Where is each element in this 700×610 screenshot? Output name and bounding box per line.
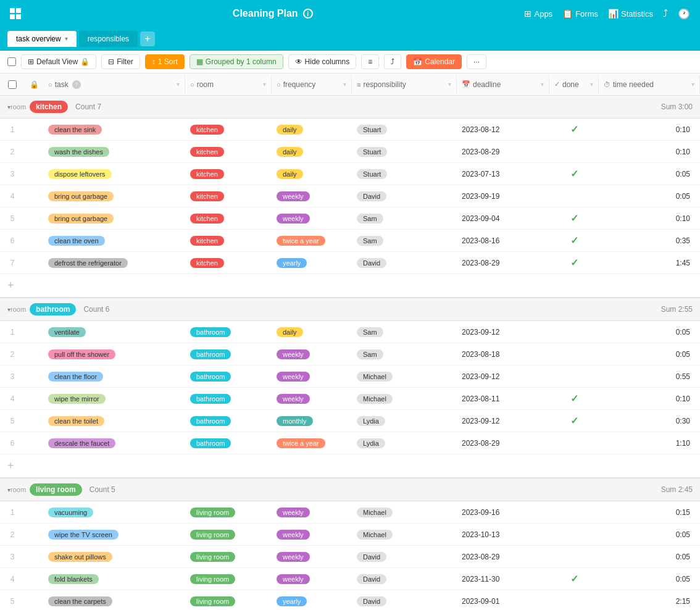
cell-time: 0:30: [599, 414, 700, 428]
done-check: ✓: [570, 416, 578, 426]
room-badge: living room: [190, 574, 235, 584]
more-button[interactable]: ···: [467, 54, 486, 69]
row-number: 3: [0, 553, 25, 561]
task-badge: defrost the refrigerator: [48, 258, 128, 268]
toolbar: ⊞ Default View 🔒 ⊟ Filter ↕ 1 Sort ▦ Gro…: [0, 51, 700, 73]
table-row[interactable]: 3 shake out pillows living room weekly D…: [0, 546, 700, 568]
history-icon[interactable]: 🕐: [678, 8, 690, 20]
share-icon2: ⤴: [391, 57, 394, 66]
room-badge: bathroom: [190, 438, 231, 448]
table-row[interactable]: 4 wipe the mirror bathroom weekly Michae…: [0, 388, 700, 410]
done-check-icon: ✓: [554, 80, 560, 88]
table-row[interactable]: 5 bring out garbage kitchen weekly Sam 2…: [0, 207, 700, 230]
cell-deadline: 2023-08-18: [457, 348, 549, 361]
top-bar-left: [10, 8, 21, 19]
freq-badge: weekly: [277, 530, 310, 540]
cell-task: dispose leftovers: [43, 167, 185, 182]
select-all-checkbox[interactable]: [7, 57, 16, 66]
header-room[interactable]: ○ room ▾: [185, 75, 272, 94]
share-icon[interactable]: ⤴: [663, 8, 668, 19]
header-task[interactable]: ○ task ? ▾: [43, 75, 185, 94]
grouped-button[interactable]: ▦ Grouped by 1 column: [190, 54, 283, 69]
header-responsibility[interactable]: ≡ responsibility ▾: [352, 75, 457, 94]
add-row-bathroom[interactable]: +: [0, 454, 700, 477]
cell-task: shake out pillows: [43, 549, 185, 564]
table-row[interactable]: 3 clean the floor bathroom weekly Michae…: [0, 366, 700, 388]
resp-sort-icon: ▾: [448, 81, 451, 88]
freq-badge: twice a year: [277, 438, 325, 448]
freq-badge: weekly: [277, 349, 310, 359]
default-view-button[interactable]: ⊞ Default View 🔒: [21, 54, 96, 69]
group-section-kitchen: ▾ room kitchen Count 7 Sum 3:00 1 clean …: [0, 96, 700, 298]
room-icon: ○: [190, 81, 194, 88]
hide-columns-button[interactable]: 👁 Hide columns: [288, 54, 357, 69]
freq-badge: weekly: [277, 394, 310, 404]
tab-responsibles[interactable]: responsibles: [79, 31, 138, 47]
view-icon: ⊞: [28, 57, 34, 66]
row-number: 1: [0, 125, 25, 134]
table-row[interactable]: 6 descale the faucet bathroom twice a ye…: [0, 432, 700, 454]
table-row[interactable]: 2 pull off the shower bathroom weekly Sa…: [0, 343, 700, 366]
cell-room: kitchen: [185, 144, 272, 159]
forms-button[interactable]: 📋 Forms: [562, 9, 598, 19]
freq-badge: twice a year: [277, 236, 325, 246]
row-height-button[interactable]: ≡: [361, 54, 379, 69]
table-row[interactable]: 5 clean the carpets living room yearly D…: [0, 590, 700, 610]
cell-time: 0:05: [599, 325, 700, 339]
sort-button[interactable]: ↕ 1 Sort: [145, 54, 185, 69]
group-tag-bathroom: bathroom: [30, 303, 76, 315]
apps-button[interactable]: ⊞ Apps: [524, 9, 552, 19]
more-icon: ···: [473, 57, 480, 66]
header-deadline[interactable]: 📅 deadline ▾: [457, 75, 549, 94]
apps-grid-icon[interactable]: [10, 8, 21, 19]
table-row[interactable]: 1 vacuuming living room weekly Michael 2…: [0, 501, 700, 524]
table-row[interactable]: 1 clean the sink kitchen daily Stuart 20…: [0, 119, 700, 141]
add-row-kitchen[interactable]: +: [0, 274, 700, 297]
cell-task: fold blankets: [43, 572, 185, 587]
resp-badge: Sam: [357, 327, 383, 337]
cell-task: wipe the TV screen: [43, 527, 185, 542]
table-row[interactable]: 4 bring out garbage kitchen weekly David…: [0, 185, 700, 207]
table-row[interactable]: 3 dispose leftovers kitchen daily Stuart…: [0, 163, 700, 185]
cell-responsibility: David: [352, 256, 457, 270]
table-row[interactable]: 7 defrost the refrigerator kitchen yearl…: [0, 252, 700, 274]
cell-responsibility: Michael: [352, 527, 457, 542]
share-button[interactable]: ⤴: [384, 54, 401, 69]
cell-responsibility: Sam: [352, 347, 457, 362]
cell-done: [549, 532, 599, 537]
top-bar: Cleaning Plan i ⊞ Apps 📋 Forms 📊 Statist…: [0, 0, 700, 27]
row-number: 2: [0, 530, 25, 539]
done-check: ✓: [570, 257, 578, 268]
room-badge: kitchen: [190, 236, 224, 246]
header-frequency[interactable]: ○ frequency ▾: [272, 75, 352, 94]
table-row[interactable]: 6 clean the oven kitchen twice a year Sa…: [0, 230, 700, 252]
table-row[interactable]: 2 wash the dishes kitchen daily Stuart 2…: [0, 141, 700, 163]
cell-deadline: 2023-09-16: [457, 506, 549, 519]
freq-badge: weekly: [277, 574, 310, 584]
header-done[interactable]: ✓ done ▾: [549, 75, 599, 94]
calendar-button[interactable]: 📅 Calendar: [406, 54, 462, 69]
room-badge: living room: [190, 508, 235, 517]
freq-badge: weekly: [277, 214, 310, 224]
table-row[interactable]: 1 ventilate bathroom daily Sam 2023-09-1…: [0, 321, 700, 343]
statistics-button[interactable]: 📊 Statistics: [608, 9, 653, 19]
cell-deadline: 2023-09-19: [457, 190, 549, 203]
table-row[interactable]: 2 wipe the TV screen living room weekly …: [0, 524, 700, 546]
header-checkbox[interactable]: [0, 80, 25, 89]
filter-button[interactable]: ⊟ Filter: [101, 54, 140, 69]
table-row[interactable]: 5 clean the toilet bathroom monthly Lydi…: [0, 410, 700, 432]
cell-deadline: 2023-09-04: [457, 212, 549, 225]
lock-icon: 🔒: [80, 57, 90, 66]
cell-deadline: 2023-08-29: [457, 256, 549, 270]
cell-responsibility: David: [352, 549, 457, 564]
group-sum-kitchen: Sum 3:00: [661, 102, 693, 111]
cell-responsibility: Stuart: [352, 144, 457, 159]
header-time-needed[interactable]: ⏱ time needed ▾: [599, 75, 700, 94]
add-tab-button[interactable]: +: [140, 31, 155, 46]
deadline-icon: 📅: [462, 80, 470, 88]
room-badge: bathroom: [190, 372, 231, 382]
tab-task-overview[interactable]: task overview ▾: [7, 31, 77, 47]
table-row[interactable]: 4 fold blankets living room weekly David…: [0, 568, 700, 590]
freq-badge: daily: [277, 125, 303, 135]
task-badge: clean the sink: [48, 125, 102, 135]
